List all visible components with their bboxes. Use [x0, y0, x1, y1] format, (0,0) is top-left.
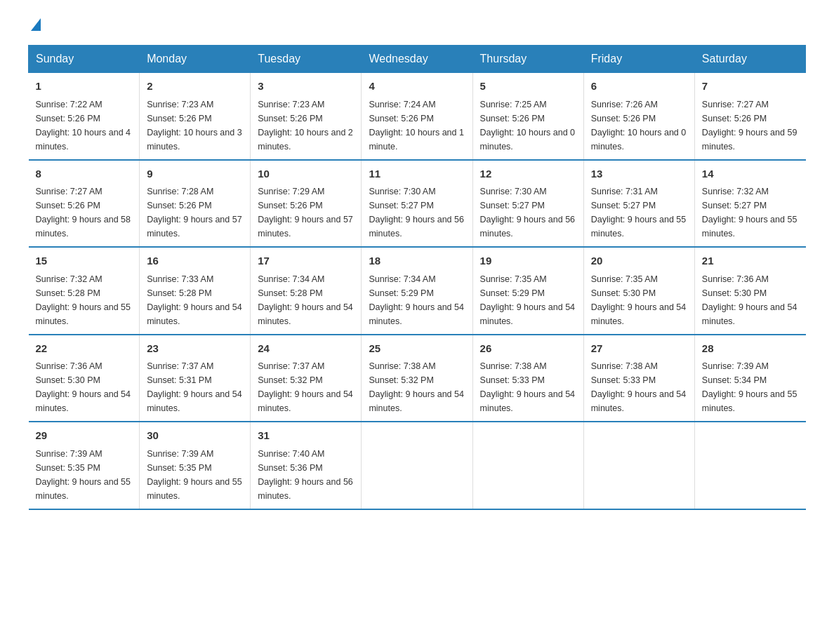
day-number: 9 — [147, 166, 243, 182]
calendar-cell: 20 Sunrise: 7:35 AMSunset: 5:30 PMDaylig… — [583, 247, 694, 335]
calendar-cell — [583, 422, 694, 509]
day-info: Sunrise: 7:38 AMSunset: 5:33 PMDaylight:… — [591, 361, 687, 413]
day-info: Sunrise: 7:36 AMSunset: 5:30 PMDaylight:… — [702, 274, 797, 326]
calendar-cell: 5 Sunrise: 7:25 AMSunset: 5:26 PMDayligh… — [472, 73, 583, 160]
day-info: Sunrise: 7:35 AMSunset: 5:30 PMDaylight:… — [591, 274, 687, 326]
day-number: 18 — [369, 253, 465, 269]
calendar-cell: 13 Sunrise: 7:31 AMSunset: 5:27 PMDaylig… — [583, 160, 694, 248]
calendar-cell: 4 Sunrise: 7:24 AMSunset: 5:26 PMDayligh… — [362, 73, 472, 160]
calendar-cell: 14 Sunrise: 7:32 AMSunset: 5:27 PMDaylig… — [694, 160, 805, 248]
day-info: Sunrise: 7:39 AMSunset: 5:35 PMDaylight:… — [147, 449, 242, 501]
day-info: Sunrise: 7:37 AMSunset: 5:31 PMDaylight:… — [147, 361, 242, 413]
day-number: 11 — [369, 166, 465, 182]
header-cell-tuesday: Tuesday — [251, 46, 362, 73]
calendar-cell: 27 Sunrise: 7:38 AMSunset: 5:33 PMDaylig… — [583, 335, 694, 422]
header-cell-monday: Monday — [140, 46, 251, 73]
day-number: 1 — [36, 79, 133, 95]
day-number: 29 — [36, 428, 133, 444]
header-cell-friday: Friday — [583, 46, 694, 73]
day-info: Sunrise: 7:40 AMSunset: 5:36 PMDaylight:… — [258, 449, 353, 501]
calendar-cell: 3 Sunrise: 7:23 AMSunset: 5:26 PMDayligh… — [251, 73, 362, 160]
calendar-cell — [362, 422, 472, 509]
day-number: 23 — [147, 341, 243, 357]
calendar-cell — [694, 422, 805, 509]
calendar-cell: 7 Sunrise: 7:27 AMSunset: 5:26 PMDayligh… — [694, 73, 805, 160]
calendar-cell: 31 Sunrise: 7:40 AMSunset: 5:36 PMDaylig… — [251, 422, 362, 509]
calendar-cell: 15 Sunrise: 7:32 AMSunset: 5:28 PMDaylig… — [29, 247, 140, 335]
calendar-cell: 18 Sunrise: 7:34 AMSunset: 5:29 PMDaylig… — [362, 247, 472, 335]
day-info: Sunrise: 7:30 AMSunset: 5:27 PMDaylight:… — [480, 187, 576, 239]
day-info: Sunrise: 7:29 AMSunset: 5:26 PMDaylight:… — [258, 187, 353, 239]
calendar-cell: 9 Sunrise: 7:28 AMSunset: 5:26 PMDayligh… — [140, 160, 251, 248]
day-number: 31 — [258, 428, 354, 444]
day-number: 19 — [480, 253, 576, 269]
calendar-week-row: 29 Sunrise: 7:39 AMSunset: 5:35 PMDaylig… — [29, 422, 806, 509]
calendar-cell: 12 Sunrise: 7:30 AMSunset: 5:27 PMDaylig… — [472, 160, 583, 248]
day-info: Sunrise: 7:30 AMSunset: 5:27 PMDaylight:… — [369, 187, 464, 239]
calendar-cell: 30 Sunrise: 7:39 AMSunset: 5:35 PMDaylig… — [140, 422, 251, 509]
calendar-cell: 23 Sunrise: 7:37 AMSunset: 5:31 PMDaylig… — [140, 335, 251, 422]
calendar-cell: 10 Sunrise: 7:29 AMSunset: 5:26 PMDaylig… — [251, 160, 362, 248]
logo — [28, 21, 41, 31]
day-info: Sunrise: 7:31 AMSunset: 5:27 PMDaylight:… — [591, 187, 687, 239]
day-info: Sunrise: 7:39 AMSunset: 5:34 PMDaylight:… — [702, 361, 797, 413]
day-number: 5 — [480, 79, 576, 95]
day-number: 21 — [702, 253, 799, 269]
calendar-week-row: 22 Sunrise: 7:36 AMSunset: 5:30 PMDaylig… — [29, 335, 806, 422]
day-info: Sunrise: 7:23 AMSunset: 5:26 PMDaylight:… — [147, 100, 242, 152]
day-number: 12 — [480, 166, 576, 182]
day-number: 27 — [591, 341, 687, 357]
day-number: 8 — [36, 166, 133, 182]
day-number: 17 — [258, 253, 354, 269]
day-info: Sunrise: 7:27 AMSunset: 5:26 PMDaylight:… — [36, 187, 131, 239]
calendar-cell: 21 Sunrise: 7:36 AMSunset: 5:30 PMDaylig… — [694, 247, 805, 335]
header-cell-saturday: Saturday — [694, 46, 805, 73]
day-info: Sunrise: 7:34 AMSunset: 5:28 PMDaylight:… — [258, 274, 353, 326]
day-info: Sunrise: 7:33 AMSunset: 5:28 PMDaylight:… — [147, 274, 242, 326]
calendar-week-row: 8 Sunrise: 7:27 AMSunset: 5:26 PMDayligh… — [29, 160, 806, 248]
calendar-cell: 8 Sunrise: 7:27 AMSunset: 5:26 PMDayligh… — [29, 160, 140, 248]
day-number: 13 — [591, 166, 687, 182]
day-number: 24 — [258, 341, 354, 357]
day-number: 26 — [480, 341, 576, 357]
calendar-cell: 1 Sunrise: 7:22 AMSunset: 5:26 PMDayligh… — [29, 73, 140, 160]
day-number: 28 — [702, 341, 799, 357]
calendar-cell: 22 Sunrise: 7:36 AMSunset: 5:30 PMDaylig… — [29, 335, 140, 422]
day-info: Sunrise: 7:24 AMSunset: 5:26 PMDaylight:… — [369, 100, 464, 152]
day-number: 2 — [147, 79, 243, 95]
day-number: 10 — [258, 166, 354, 182]
calendar-cell: 6 Sunrise: 7:26 AMSunset: 5:26 PMDayligh… — [583, 73, 694, 160]
day-info: Sunrise: 7:35 AMSunset: 5:29 PMDaylight:… — [480, 274, 576, 326]
day-info: Sunrise: 7:38 AMSunset: 5:32 PMDaylight:… — [369, 361, 464, 413]
header — [28, 21, 806, 31]
day-number: 7 — [702, 79, 799, 95]
calendar-cell: 11 Sunrise: 7:30 AMSunset: 5:27 PMDaylig… — [362, 160, 472, 248]
day-number: 15 — [36, 253, 133, 269]
day-info: Sunrise: 7:23 AMSunset: 5:26 PMDaylight:… — [258, 100, 353, 152]
day-info: Sunrise: 7:32 AMSunset: 5:27 PMDaylight:… — [702, 187, 797, 239]
calendar-cell: 25 Sunrise: 7:38 AMSunset: 5:32 PMDaylig… — [362, 335, 472, 422]
day-info: Sunrise: 7:22 AMSunset: 5:26 PMDaylight:… — [36, 100, 131, 152]
day-number: 4 — [369, 79, 465, 95]
day-info: Sunrise: 7:34 AMSunset: 5:29 PMDaylight:… — [369, 274, 464, 326]
calendar-week-row: 1 Sunrise: 7:22 AMSunset: 5:26 PMDayligh… — [29, 73, 806, 160]
calendar-table: SundayMondayTuesdayWednesdayThursdayFrid… — [28, 45, 806, 510]
day-info: Sunrise: 7:27 AMSunset: 5:26 PMDaylight:… — [702, 100, 797, 152]
day-info: Sunrise: 7:25 AMSunset: 5:26 PMDaylight:… — [480, 100, 576, 152]
day-info: Sunrise: 7:39 AMSunset: 5:35 PMDaylight:… — [36, 449, 131, 501]
calendar-cell: 26 Sunrise: 7:38 AMSunset: 5:33 PMDaylig… — [472, 335, 583, 422]
header-cell-wednesday: Wednesday — [362, 46, 472, 73]
day-number: 30 — [147, 428, 243, 444]
calendar-cell: 17 Sunrise: 7:34 AMSunset: 5:28 PMDaylig… — [251, 247, 362, 335]
calendar-cell: 28 Sunrise: 7:39 AMSunset: 5:34 PMDaylig… — [694, 335, 805, 422]
day-info: Sunrise: 7:36 AMSunset: 5:30 PMDaylight:… — [36, 361, 131, 413]
day-info: Sunrise: 7:32 AMSunset: 5:28 PMDaylight:… — [36, 274, 131, 326]
calendar-cell: 2 Sunrise: 7:23 AMSunset: 5:26 PMDayligh… — [140, 73, 251, 160]
header-cell-thursday: Thursday — [472, 46, 583, 73]
day-number: 25 — [369, 341, 465, 357]
day-number: 16 — [147, 253, 243, 269]
calendar-header-row: SundayMondayTuesdayWednesdayThursdayFrid… — [29, 46, 806, 73]
day-number: 3 — [258, 79, 354, 95]
day-number: 22 — [36, 341, 133, 357]
calendar-cell — [472, 422, 583, 509]
